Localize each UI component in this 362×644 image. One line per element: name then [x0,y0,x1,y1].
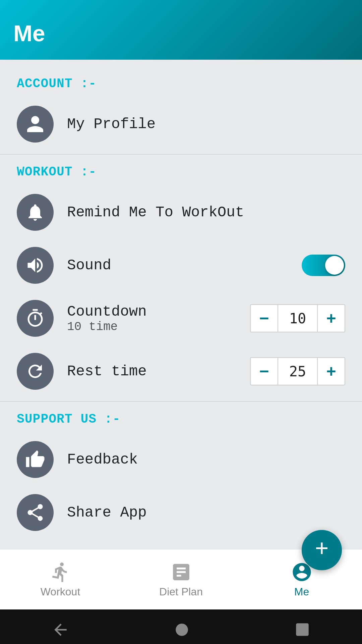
android-back-icon [51,621,70,639]
divider-2 [0,401,362,402]
countdown-value: 10 [278,305,318,332]
nav-workout-label: Workout [41,586,80,598]
rest-time-icon-circle [17,353,54,390]
divider-1 [0,154,362,155]
android-home-button[interactable] [173,621,191,639]
svg-rect-1 [296,623,309,636]
workout-section-label: WORKOUT :- [0,158,362,186]
fab-plus-icon: + [315,538,329,562]
android-recent-icon [294,621,311,638]
nav-diet-plan-label: Diet Plan [159,586,203,598]
sound-item[interactable]: Sound [0,239,362,292]
fab-button[interactable]: + [302,530,342,570]
android-recent-button[interactable] [294,621,311,638]
countdown-icon-circle [17,300,54,337]
countdown-decrement-button[interactable]: − [251,305,278,332]
main-content: ACCOUNT :- My Profile WORKOUT :- Remind … [0,60,362,549]
android-home-icon [173,621,191,639]
android-back-button[interactable] [51,621,70,639]
feedback-icon-circle [17,441,54,478]
header: Me [0,0,362,60]
nav-me-label: Me [294,586,309,598]
rest-time-decrement-button[interactable]: − [251,358,278,385]
page-title: Me [13,20,45,46]
my-profile-label: My Profile [67,116,345,132]
diet-plan-nav-icon [170,561,192,583]
countdown-label-stack: Countdown 10 time [67,303,250,334]
nav-item-diet-plan[interactable]: Diet Plan [121,556,241,603]
countdown-item[interactable]: Countdown 10 time − 10 + [0,292,362,345]
share-icon [25,502,45,523]
countdown-increment-button[interactable]: + [318,305,345,332]
rest-time-stepper: − 25 + [250,357,345,385]
person-icon [25,114,45,134]
sound-toggle[interactable] [302,255,345,276]
volume-icon [25,255,45,275]
sound-label: Sound [67,257,302,274]
remind-workout-icon-circle [17,194,54,231]
nav-item-workout[interactable]: Workout [0,556,121,603]
countdown-sublabel: 10 time [67,320,250,334]
rest-time-item[interactable]: Rest time − 25 + [0,345,362,398]
android-nav-bar [0,609,362,644]
thumbsup-icon [25,449,45,470]
my-profile-icon-circle [17,106,54,143]
rest-time-increment-button[interactable]: + [318,358,345,385]
account-section-label: ACCOUNT :- [0,70,362,98]
remind-workout-item[interactable]: Remind Me To WorkOut [0,186,362,239]
svg-point-0 [176,624,188,636]
feedback-label: Feedback [67,451,345,468]
timer-icon [25,308,45,328]
share-app-icon-circle [17,494,54,531]
sound-toggle-slider [302,255,345,276]
workout-nav-icon [50,561,71,583]
rest-time-value: 25 [278,358,318,385]
sound-toggle-container[interactable] [302,255,345,276]
feedback-item[interactable]: Feedback [0,433,362,486]
refresh-icon [25,361,45,381]
share-app-item[interactable]: Share App [0,486,362,539]
sound-icon-circle [17,247,54,284]
bell-icon [25,202,45,222]
remind-workout-label: Remind Me To WorkOut [67,204,345,221]
share-app-label: Share App [67,504,345,521]
countdown-stepper: − 10 + [250,304,345,332]
nav-item-me[interactable]: Me [241,556,362,603]
my-profile-item[interactable]: My Profile [0,98,362,151]
rest-time-label: Rest time [67,363,250,380]
support-section-label: SUPPORT US :- [0,405,362,433]
countdown-label: Countdown [67,303,250,320]
